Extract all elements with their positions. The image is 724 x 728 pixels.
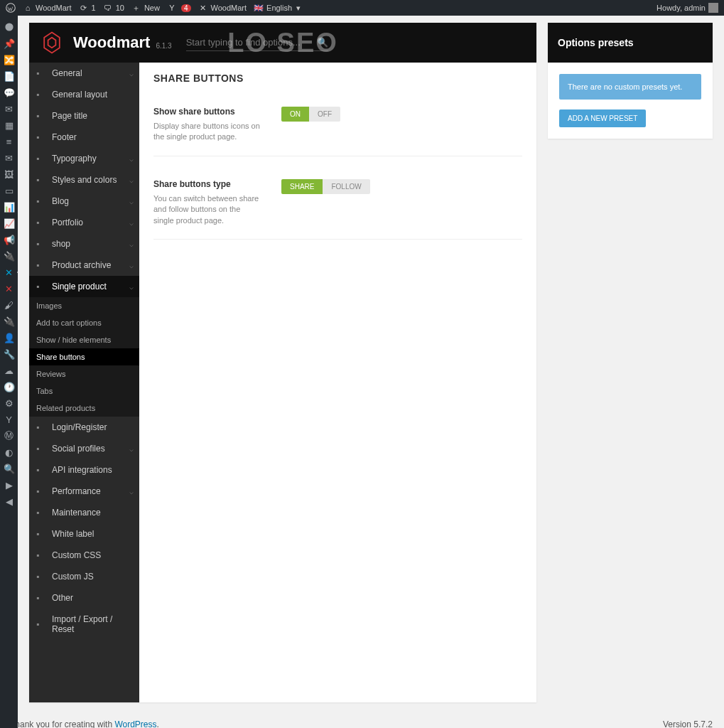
admin-bar: ⌂WoodMart ⟳1 🗨10 ＋New Y4 ✕WoodMart 🇬🇧Eng…	[0, 0, 724, 16]
sidebar-item-performance[interactable]: ▪Performance⌵	[29, 481, 139, 502]
collapse-icon[interactable]: ◀	[4, 496, 15, 507]
chevron-down-icon: ⌵	[129, 262, 134, 269]
lang-link[interactable]: 🇬🇧English▾	[254, 3, 301, 13]
sidebar-sub-tabs[interactable]: Tabs	[29, 382, 139, 400]
woodmart-logo	[39, 30, 65, 55]
footer: Thank you for creating with WordPress. V…	[10, 719, 724, 728]
sidebar-sub-images[interactable]: Images	[29, 297, 139, 314]
sidebar-item-blog[interactable]: ▪Blog⌵	[29, 191, 139, 212]
elementor-icon[interactable]: Ⓜ	[4, 430, 15, 441]
sidebar-item-custom-js[interactable]: ▪Custom JS	[29, 566, 139, 587]
sidebar-item-white-label[interactable]: ▪White label	[29, 523, 139, 545]
toggle-off[interactable]: OFF	[309, 107, 340, 122]
sidebar-item-login-register[interactable]: ▪Login/Register	[29, 417, 139, 438]
circle-icon[interactable]: ◐	[4, 446, 15, 458]
updates-link[interactable]: ⟳1	[79, 3, 96, 13]
nav-icon: ▪	[36, 196, 46, 206]
woodmart-icon[interactable]: ✕	[4, 267, 15, 278]
option-title: Share buttons type	[153, 179, 260, 189]
presets-alert: There are no custom presets yet.	[559, 74, 701, 100]
svg-point-0	[6, 4, 16, 13]
megaphone-icon[interactable]: 📢	[4, 234, 15, 245]
sidebar-item-api-integrations[interactable]: ▪API integrations	[29, 459, 139, 481]
sidebar-item-general[interactable]: ▪General⌵	[29, 63, 139, 84]
search-input[interactable]	[186, 34, 317, 50]
sidebar-item-general-layout[interactable]: ▪General layout	[29, 84, 139, 105]
yoast-side-icon[interactable]: Y	[4, 414, 15, 425]
sidebar-sub-add-to-cart-options[interactable]: Add to cart options	[29, 314, 139, 331]
toggle-on[interactable]: SHARE	[281, 179, 323, 194]
image-icon[interactable]: 🖼	[4, 168, 15, 180]
sidebar-item-product-archive[interactable]: ▪Product archive⌵	[29, 255, 139, 276]
pin-icon[interactable]: 📌	[4, 38, 15, 49]
plugins-icon[interactable]: 🔌	[4, 316, 15, 327]
sidebar-sub-share-buttons[interactable]: Share buttons	[29, 348, 139, 365]
nav-icon: ▪	[36, 111, 46, 121]
sidebar-item-single-product[interactable]: ▪Single product⌵	[29, 276, 139, 297]
toggle: ONOFF	[281, 107, 340, 122]
wp-admin-sidebar: 📌 🔀 📄 💬 ✉ ▦ ≡ ✉ 🖼 ▭ 📊 📈 📢 🔌 ✕ ✕ 🖌 🔌 👤 🔧 …	[0, 16, 18, 728]
sidebar-item-other[interactable]: ▪Other	[29, 587, 139, 609]
sidebar-sub-related-products[interactable]: Related products	[29, 400, 139, 417]
toggle-on[interactable]: ON	[281, 107, 309, 122]
tools-icon[interactable]: 🔧	[4, 348, 15, 360]
svg-point-1	[5, 23, 13, 31]
comments-link[interactable]: 🗨10	[103, 3, 124, 13]
yoast-link[interactable]: Y4	[167, 3, 191, 13]
sidebar-item-portfolio[interactable]: ▪Portfolio⌵	[29, 212, 139, 233]
footer-wp-link[interactable]: WordPress	[114, 719, 156, 728]
slider-icon[interactable]: ▭	[4, 185, 15, 196]
settings-icon[interactable]: ⚙	[4, 397, 15, 409]
sidebar-item-page-title[interactable]: ▪Page title	[29, 105, 139, 127]
new-link[interactable]: ＋New	[131, 3, 160, 13]
yoast-badge: 4	[181, 4, 191, 12]
toggle-off[interactable]: FOLLOW	[323, 179, 369, 194]
cloud-icon[interactable]: ☁	[4, 365, 15, 376]
sidebar-item-maintenance[interactable]: ▪Maintenance	[29, 502, 139, 523]
nav-icon: ▪	[36, 90, 46, 100]
chevron-down-icon: ⌵	[129, 70, 134, 77]
dashboard-icon[interactable]	[4, 21, 15, 33]
sidebar-item-footer[interactable]: ▪Footer	[29, 127, 139, 148]
mail-icon[interactable]: ✉	[4, 103, 15, 114]
option-title: Show share buttons	[153, 107, 260, 117]
nav-icon: ▪	[36, 422, 46, 432]
plug-icon[interactable]: 🔌	[4, 250, 15, 262]
flag-icon: 🇬🇧	[254, 3, 264, 13]
sidebar-item-import-export-reset[interactable]: ▪Import / Export / Reset	[29, 609, 139, 640]
sidebar-item-custom-css[interactable]: ▪Custom CSS	[29, 545, 139, 566]
appearance-icon[interactable]: 🖌	[4, 299, 15, 311]
sidebar-sub-show-hide-elements[interactable]: Show / hide elements	[29, 331, 139, 348]
theme-link[interactable]: ✕WoodMart	[198, 3, 247, 13]
site-link[interactable]: ⌂WoodMart	[23, 3, 72, 13]
sidebar-item-typography[interactable]: ▪Typography⌵	[29, 148, 139, 169]
play-icon[interactable]: ▶	[4, 479, 15, 491]
feedback-icon[interactable]: 📊	[4, 201, 15, 213]
footer-version: Version 5.7.2	[663, 719, 713, 728]
pages-icon[interactable]: 📄	[4, 70, 15, 82]
nav-icon: ▪	[36, 508, 46, 518]
search-side-icon[interactable]: 🔍	[4, 463, 15, 474]
comments-side-icon[interactable]: 💬	[4, 87, 15, 98]
clock-icon[interactable]: 🕐	[4, 381, 15, 392]
woodmart-alt-icon[interactable]: ✕	[4, 283, 15, 294]
updates-icon[interactable]: 🔀	[4, 54, 15, 65]
sidebar-sub-reviews[interactable]: Reviews	[29, 365, 139, 382]
search-icon[interactable]: 🔍	[317, 37, 328, 48]
envelope-icon[interactable]: ✉	[4, 152, 15, 164]
chart-icon[interactable]: 📈	[4, 218, 15, 229]
sidebar-item-social-profiles[interactable]: ▪Social profiles⌵	[29, 438, 139, 459]
users-icon[interactable]: 👤	[4, 332, 15, 343]
sidebar-item-shop[interactable]: ▪shop⌵	[29, 233, 139, 255]
howdy-link[interactable]: Howdy, admin	[657, 3, 718, 13]
chevron-down-icon: ⌵	[129, 176, 134, 184]
nav-icon: ▪	[36, 132, 46, 142]
list-icon[interactable]: ≡	[4, 136, 15, 147]
grid-icon[interactable]: ▦	[4, 119, 15, 131]
sidebar-item-styles-and-colors[interactable]: ▪Styles and colors⌵	[29, 169, 139, 191]
chevron-down-icon: ⌵	[129, 240, 134, 248]
nav-icon: ▪	[36, 572, 46, 582]
home-icon: ⌂	[23, 3, 33, 13]
wp-logo[interactable]	[6, 3, 16, 13]
add-preset-button[interactable]: ADD A NEW PRESET	[559, 109, 646, 127]
